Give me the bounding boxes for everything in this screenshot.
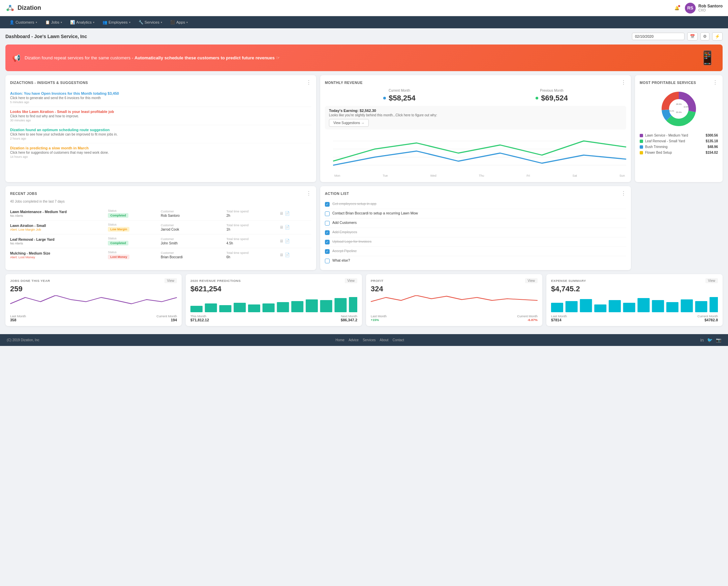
nav-item-analytics[interactable]: 📊 Analytics ▾: [66, 16, 98, 28]
job-name-cell: Lawn Maintenance - Medium Yard No Alerts: [10, 210, 106, 218]
job-action-icons[interactable]: 🖥 📄: [279, 211, 311, 216]
legend-service-name: Leaf Removal - Small Yard: [645, 139, 706, 143]
status-badge: Completed: [108, 213, 128, 218]
list-item[interactable]: Add Customers: [325, 219, 626, 228]
stat-footer-right: Current Month $4782.8: [697, 314, 718, 322]
services-legend: Lawn Service - Medium Yard $300.56 Leaf …: [640, 132, 718, 155]
user-menu[interactable]: RS Rob Santoro CXO: [685, 3, 723, 14]
action-checkbox[interactable]: [325, 211, 330, 216]
svg-rect-22: [234, 303, 246, 312]
insight-title[interactable]: Dization found an optimum scheduling rou…: [10, 128, 311, 132]
date-picker-input[interactable]: [632, 33, 684, 40]
action-checkbox[interactable]: [325, 240, 330, 245]
linkedin-icon[interactable]: in: [700, 337, 704, 342]
notifications-button[interactable]: 🔔: [673, 4, 681, 12]
stat-footer-label-right: Next Month: [341, 314, 357, 318]
action-label: Add Customers: [332, 221, 357, 225]
nav-item-apps[interactable]: ⬛ Apps ▾: [166, 16, 192, 28]
analytics-icon: 📊: [70, 20, 75, 25]
legend-service-name: Lawn Service - Medium Yard: [645, 133, 706, 137]
file-icon[interactable]: 📄: [285, 253, 290, 257]
stat-footer-left: Last Month +15%: [371, 314, 387, 322]
monthly-revenue-title: MONTHLY REVENUE: [325, 81, 363, 85]
insights-menu-button[interactable]: ⋮: [306, 80, 311, 85]
legend-item: Leaf Removal - Small Yard $135.18: [640, 138, 718, 144]
nav-item-customers[interactable]: 👤 Customers ▾: [5, 16, 41, 28]
revenue-menu-button[interactable]: ⋮: [621, 80, 626, 85]
stat-view-button[interactable]: View: [164, 278, 177, 283]
job-status-cell: Status Low Margin: [108, 223, 159, 232]
insight-title[interactable]: Dization is predicting a slow month in M…: [10, 146, 311, 150]
monitor-icon[interactable]: 🖥: [279, 239, 283, 244]
monitor-icon[interactable]: 🖥: [279, 211, 283, 216]
donut-chart-container: 28.0% 35.0% 10.8% 26.1% Lawn Service - M…: [640, 89, 718, 155]
stat-footer-value-left: $7814: [551, 318, 562, 322]
svg-rect-40: [681, 299, 693, 312]
nav-item-services[interactable]: 🔧 Services ▾: [134, 16, 166, 28]
table-row: Lawn Maintenance - Medium Yard No Alerts…: [10, 207, 311, 221]
monitor-icon[interactable]: 🖥: [279, 253, 283, 257]
stat-value: $621,254: [190, 285, 357, 293]
list-item[interactable]: What else?: [325, 256, 626, 265]
footer-link-advice[interactable]: Advice: [348, 338, 359, 342]
calendar-button[interactable]: 📅: [687, 32, 698, 41]
header-right: 🔔 RS Rob Santoro CXO: [673, 3, 723, 14]
action-checkbox[interactable]: [325, 221, 330, 226]
mini-bar-chart: [551, 295, 718, 312]
file-icon[interactable]: 📄: [285, 225, 290, 230]
logo-area: Dization: [5, 3, 41, 13]
legend-service-value: $300.56: [706, 133, 718, 137]
action-list-title: ACTION LIST: [325, 192, 349, 196]
job-action-icons[interactable]: 🖥 📄: [279, 239, 311, 244]
stat-view-button[interactable]: View: [525, 278, 538, 283]
action-checkbox[interactable]: [325, 230, 330, 235]
status-badge: Low Margin: [108, 227, 129, 232]
settings-button[interactable]: ⚙: [700, 32, 709, 41]
monitor-icon[interactable]: 🖥: [279, 225, 283, 230]
stat-footer: Last Month +15% Current Month -6.87%: [371, 314, 538, 322]
nav-item-employees[interactable]: 👥 Employees ▾: [98, 16, 134, 28]
job-action-icons[interactable]: 🖥 📄: [279, 253, 311, 257]
job-alert: No Alerts: [10, 214, 106, 218]
footer-link-home[interactable]: Home: [335, 338, 344, 342]
footer-link-contact[interactable]: Contact: [393, 338, 404, 342]
stat-value: 324: [371, 285, 538, 293]
list-item[interactable]: Contact Brian Boccardi to setup a recurr…: [325, 209, 626, 219]
insight-title[interactable]: Action: You have Open Invoices for this …: [10, 92, 311, 96]
list-item[interactable]: Get employees setup in app: [325, 200, 626, 209]
view-suggestions-button[interactable]: View Suggestions →: [329, 119, 369, 127]
stat-footer-left: This Month $71,812.12: [190, 314, 209, 322]
list-item[interactable]: Upload Logo for Invoices: [325, 237, 626, 247]
job-alert: No Alerts: [10, 241, 106, 245]
time-value: 1h: [227, 228, 278, 231]
filter-button[interactable]: ⚡: [712, 32, 723, 41]
top-header: Dization 🔔 RS Rob Santoro CXO: [0, 0, 728, 16]
employees-icon: 👥: [102, 20, 107, 25]
action-list-menu-button[interactable]: ⋮: [621, 191, 626, 196]
list-item[interactable]: Add Employees: [325, 228, 626, 237]
svg-rect-41: [695, 301, 707, 312]
most-profitable-card: MOST PROFITABLE SERVICES ⋮: [635, 75, 723, 182]
insight-title[interactable]: Looks like Lawn Airation - Small is your…: [10, 109, 311, 113]
list-item[interactable]: Accept Pipeline: [325, 247, 626, 256]
action-checkbox[interactable]: [325, 249, 330, 254]
file-icon[interactable]: 📄: [285, 239, 290, 244]
file-icon[interactable]: 📄: [285, 211, 290, 216]
action-checkbox[interactable]: [325, 202, 330, 207]
action-checkbox[interactable]: [325, 259, 330, 263]
job-action-icons[interactable]: 🖥 📄: [279, 225, 311, 230]
recent-jobs-menu-button[interactable]: ⋮: [306, 191, 311, 196]
twitter-icon[interactable]: 🐦: [707, 337, 712, 342]
stat-view-button[interactable]: View: [345, 278, 358, 283]
stat-view-button[interactable]: View: [705, 278, 718, 283]
footer-link-services[interactable]: Services: [363, 338, 375, 342]
most-profitable-menu-button[interactable]: ⋮: [712, 80, 718, 85]
instagram-icon[interactable]: 📷: [716, 337, 721, 342]
user-info: Rob Santoro CXO: [698, 4, 723, 12]
logo-icon: [5, 3, 15, 13]
nav-item-jobs[interactable]: 📋 Jobs ▾: [41, 16, 66, 28]
footer-link-about[interactable]: About: [380, 338, 389, 342]
dashboard-controls: 📅 ⚙ ⚡: [632, 32, 723, 41]
table-row: Mulching - Medium Size Alert: Lost Money…: [10, 248, 311, 262]
job-name-cell: Leaf Removal - Large Yard No Alerts: [10, 237, 106, 245]
